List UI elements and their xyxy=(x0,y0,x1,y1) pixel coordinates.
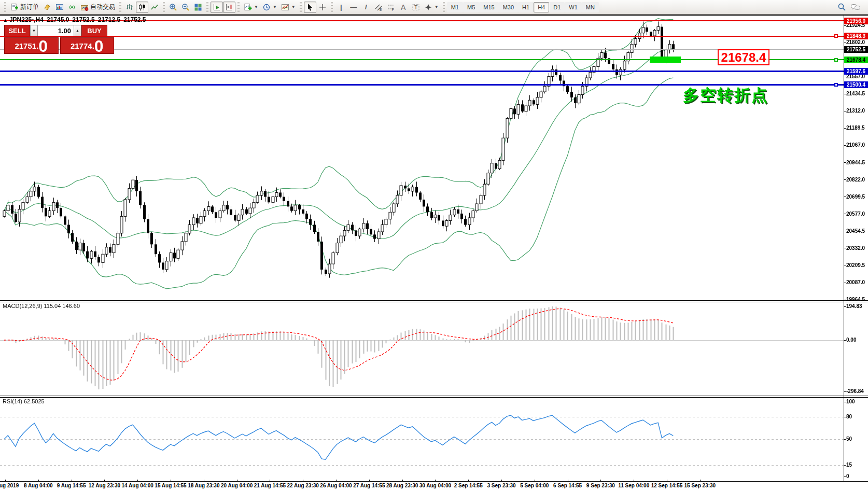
price-badge-last-price: 21752.5 xyxy=(844,46,868,53)
line-chart-button[interactable] xyxy=(148,2,161,13)
bar-chart-button[interactable] xyxy=(123,2,136,13)
rsi-label: RSI(14) 62.5025 xyxy=(3,398,45,404)
timeframe-button-mn[interactable]: MN xyxy=(582,2,599,12)
fibonacci-button[interactable]: F xyxy=(385,2,397,13)
vertical-line-icon: | xyxy=(340,3,342,11)
chart-shift-icon xyxy=(225,3,233,11)
timeframe-button-d1[interactable]: D1 xyxy=(549,2,565,12)
crosshair-button[interactable] xyxy=(316,2,329,13)
line-handle[interactable] xyxy=(834,83,838,87)
toolbar-grip xyxy=(331,2,333,12)
svg-text:F: F xyxy=(391,8,394,11)
chat-button[interactable] xyxy=(848,2,863,13)
rsi-indicator-plot[interactable] xyxy=(0,398,844,481)
price-tick-mark xyxy=(844,94,846,94)
market-watch-button[interactable] xyxy=(53,2,66,13)
timeframe-button-m1[interactable]: M1 xyxy=(447,2,463,12)
macd-tick-mark xyxy=(844,306,846,307)
rsi-pane-divider[interactable] xyxy=(0,396,868,398)
price-level-line-21678.4[interactable] xyxy=(0,59,844,60)
time-axis-label: 15 Sep 23:30 xyxy=(684,483,716,488)
time-axis-label: 5 Sep 04:00 xyxy=(520,483,549,488)
toolbar-grip xyxy=(443,2,445,12)
text-button[interactable]: A xyxy=(397,2,410,13)
zoom-in-button[interactable] xyxy=(167,2,179,13)
styler-button[interactable] xyxy=(41,2,53,13)
candlestick-chart-button[interactable] xyxy=(136,2,148,13)
up-arrow-icon: ▲ xyxy=(76,29,80,33)
timeframe-toolbar: M1M5M15M30H1H4D1W1MN xyxy=(447,2,599,12)
new-order-button[interactable]: 新订单 xyxy=(8,2,41,13)
price-tick-label: 20087.0 xyxy=(846,279,868,286)
macd-label: MACD(12,26,9) 115.04 146.60 xyxy=(3,303,80,309)
text-label-icon: T xyxy=(412,3,420,11)
tile-windows-button[interactable] xyxy=(192,2,204,13)
price-tick-label: 20577.0 xyxy=(846,211,868,217)
text-label-button[interactable]: T xyxy=(410,2,422,13)
buy-button[interactable]: BUY xyxy=(81,25,107,36)
buy-price-box[interactable]: 21774.0 xyxy=(60,37,115,54)
cursor-button[interactable] xyxy=(304,2,316,13)
price-level-line-21597.6[interactable] xyxy=(0,71,844,72)
price-level-line-21848.3[interactable] xyxy=(0,36,844,37)
timeframe-button-m15[interactable]: M15 xyxy=(479,2,498,12)
volume-input[interactable] xyxy=(38,25,74,36)
time-axis-label: 9 Aug 14:55 xyxy=(57,483,86,488)
auto-trading-icon xyxy=(80,3,89,11)
timeframe-button-h4[interactable]: H4 xyxy=(534,2,549,12)
time-axis-label: 28 Aug 23:30 xyxy=(386,483,418,488)
indicators-button[interactable]: ▼ xyxy=(242,2,260,13)
svg-text:T: T xyxy=(414,5,417,10)
volume-increase-button[interactable]: ▲ xyxy=(74,25,81,36)
templates-icon xyxy=(281,3,289,11)
time-axis-tick xyxy=(568,480,568,482)
periods-button[interactable]: ▼ xyxy=(260,2,279,13)
channel-icon: E xyxy=(374,3,383,11)
trendline-button[interactable]: / xyxy=(360,2,372,13)
time-axis-tick xyxy=(303,480,303,482)
time-axis-label: 3 Sep 23:30 xyxy=(487,483,515,488)
line-handle[interactable] xyxy=(834,58,838,62)
search-button[interactable] xyxy=(835,2,848,13)
down-arrow-icon: ▼ xyxy=(32,29,36,33)
zoom-in-icon xyxy=(169,3,177,11)
timeframe-button-w1[interactable]: W1 xyxy=(565,2,582,12)
timeframe-button-h1[interactable]: H1 xyxy=(518,2,534,12)
macd-pane-divider[interactable] xyxy=(0,300,868,302)
turning-point-annotation[interactable]: 多空转折点 xyxy=(683,85,768,106)
price-callout-box[interactable]: 21678.4 xyxy=(718,49,769,65)
macd-tick-mark xyxy=(844,340,846,341)
auto-scroll-icon xyxy=(213,3,221,11)
sell-button[interactable]: SELL xyxy=(4,25,30,36)
auto-scroll-button[interactable] xyxy=(211,2,223,13)
equidistant-channel-button[interactable]: E xyxy=(372,2,385,13)
main-chart-plot[interactable] xyxy=(0,16,844,301)
price-tick-label: 21312.0 xyxy=(846,108,868,114)
price-tick-label: 21802.0 xyxy=(846,39,868,46)
horizontal-line-icon: — xyxy=(350,3,357,11)
volume-decrease-button[interactable]: ▼ xyxy=(30,25,38,36)
horizontal-line-button[interactable]: — xyxy=(347,2,360,13)
arrows-button[interactable]: ▼ xyxy=(422,2,441,13)
price-tick-mark xyxy=(844,128,846,129)
signals-button[interactable] xyxy=(66,2,78,13)
chart-shift-button[interactable] xyxy=(223,2,235,13)
zoom-out-button[interactable] xyxy=(179,2,192,13)
auto-trading-button[interactable]: 自动交易 xyxy=(78,2,117,13)
price-tick-mark xyxy=(844,214,846,214)
macd-indicator-plot[interactable] xyxy=(0,302,844,396)
line-handle[interactable] xyxy=(834,34,838,38)
templates-button[interactable]: ▼ xyxy=(279,2,298,13)
timeframe-button-m5[interactable]: M5 xyxy=(463,2,479,12)
sell-price-box[interactable]: 21751.0 xyxy=(4,37,59,54)
price-tick-mark xyxy=(844,265,846,265)
support-highlight-box[interactable] xyxy=(650,57,681,63)
time-axis-label: 12 Sep 14:55 xyxy=(651,483,683,488)
signal-icon xyxy=(68,3,76,11)
vertical-line-button[interactable]: | xyxy=(335,2,347,13)
price-badge-blue-line: 21500.4 xyxy=(844,81,868,88)
price-tick-mark xyxy=(844,77,846,77)
eraser-icon xyxy=(43,3,51,11)
crosshair-icon xyxy=(318,3,327,11)
timeframe-button-m30[interactable]: M30 xyxy=(499,2,518,12)
